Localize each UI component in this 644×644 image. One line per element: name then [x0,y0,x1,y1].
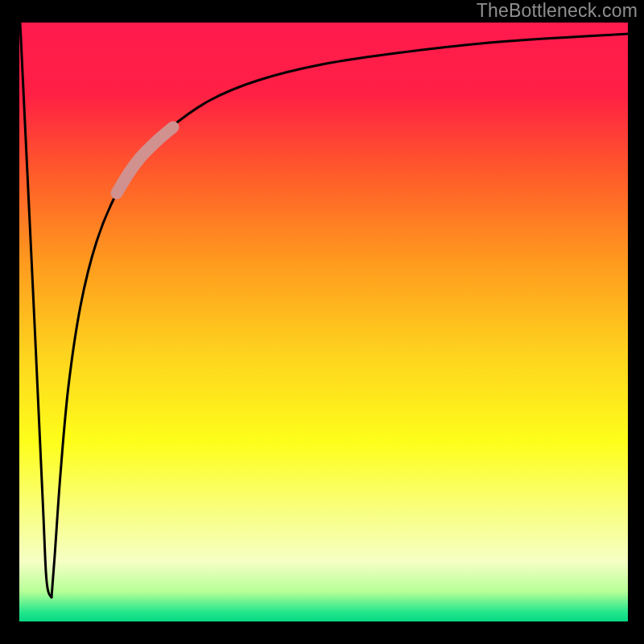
attribution-text: TheBottleneck.com [477,0,638,22]
bottleneck-chart [0,0,644,644]
gradient-plot-area [19,23,628,621]
chart-frame: TheBottleneck.com [0,0,644,644]
